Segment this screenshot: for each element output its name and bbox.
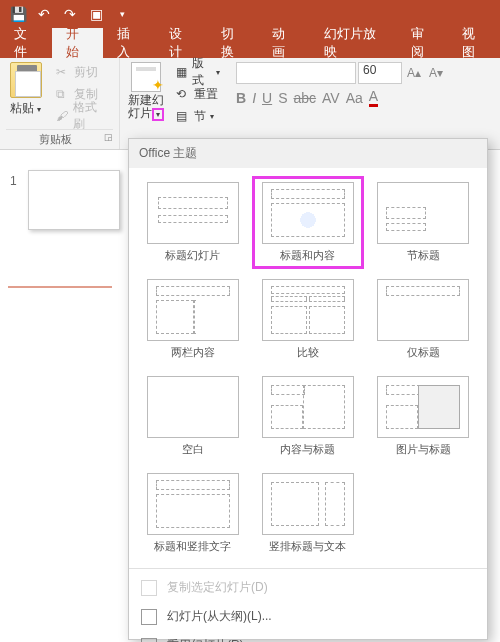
slides-from-outline[interactable]: 幻灯片(从大纲)(L)... — [129, 602, 487, 631]
shadow-button[interactable]: S — [278, 90, 287, 106]
qat-customize-icon[interactable]: ▾ — [110, 3, 134, 25]
tab-design[interactable]: 设计 — [155, 28, 207, 58]
layout-title-and-content[interactable]: 标题和内容 — [252, 176, 363, 269]
tab-insert[interactable]: 插入 — [103, 28, 155, 58]
dropdown-header: Office 主题 — [129, 139, 487, 168]
tab-slideshow[interactable]: 幻灯片放映 — [310, 28, 397, 58]
undo-icon[interactable]: ↶ — [32, 3, 56, 25]
paste-icon[interactable] — [10, 62, 42, 98]
start-from-beginning-icon[interactable]: ▣ — [84, 3, 108, 25]
underline-button[interactable]: U — [262, 90, 272, 106]
font-size-combo[interactable]: 60 — [358, 62, 402, 84]
bold-button[interactable]: B — [236, 90, 246, 106]
copy-icon: ⧉ — [56, 87, 70, 101]
tab-view[interactable]: 视图 — [448, 28, 500, 58]
tab-review[interactable]: 审阅 — [397, 28, 449, 58]
ribbon-tabs: 文件 开始 插入 设计 切换 动画 幻灯片放映 审阅 视图 — [0, 28, 500, 58]
outline-icon — [141, 609, 157, 625]
clipboard-group-label: 剪贴板◲ — [6, 129, 113, 147]
section-icon: ▤ — [176, 109, 190, 123]
new-slide-button[interactable]: 新建幻灯片▾ — [126, 94, 166, 121]
layout-vertical-title-text[interactable]: 竖排标题与文本 — [252, 467, 363, 560]
increase-font-icon[interactable]: A▴ — [404, 62, 424, 84]
decrease-font-icon[interactable]: A▾ — [426, 62, 446, 84]
layout-content-with-caption[interactable]: 内容与标题 — [252, 370, 363, 463]
scissors-icon: ✂ — [56, 65, 70, 79]
layout-icon: ▦ — [176, 65, 188, 79]
redo-icon[interactable]: ↷ — [58, 3, 82, 25]
tab-animation[interactable]: 动画 — [258, 28, 310, 58]
layout-blank[interactable]: 空白 — [137, 370, 248, 463]
new-slide-dropdown-arrow[interactable]: ▾ — [152, 108, 164, 121]
tab-transition[interactable]: 切换 — [207, 28, 259, 58]
duplicate-icon — [141, 580, 157, 596]
font-family-combo[interactable] — [236, 62, 356, 84]
layout-button[interactable]: ▦版式▾ — [172, 62, 224, 82]
layout-two-content[interactable]: 两栏内容 — [137, 273, 248, 366]
format-painter-button[interactable]: 🖌格式刷 — [52, 106, 113, 126]
layout-title-vertical-text[interactable]: 标题和竖排文字 — [137, 467, 248, 560]
brush-icon: 🖌 — [56, 109, 70, 123]
font-color-button[interactable]: A — [369, 88, 378, 107]
reuse-slides[interactable]: 重用幻灯片(R)... — [129, 631, 487, 642]
new-slide-layout-dropdown: Office 主题 标题幻灯片 标题和内容 节标题 两栏内容 比较 仅标题 空白… — [128, 138, 488, 640]
tab-home[interactable]: 开始 — [52, 28, 104, 58]
layout-section-header[interactable]: 节标题 — [368, 176, 479, 269]
layout-comparison[interactable]: 比较 — [252, 273, 363, 366]
duplicate-selected-slides: 复制选定幻灯片(D) — [129, 573, 487, 602]
italic-button[interactable]: I — [252, 90, 256, 106]
layout-picture-with-caption[interactable]: 图片与标题 — [368, 370, 479, 463]
spacing-button[interactable]: AV — [322, 90, 340, 106]
section-button[interactable]: ▤节▾ — [172, 106, 224, 126]
tab-file[interactable]: 文件 — [0, 28, 52, 58]
dialog-launcher-icon[interactable]: ◲ — [104, 132, 113, 142]
slide-thumbnail-panel: 1 — [0, 150, 120, 642]
ribbon: 粘贴 ▾ ✂剪切 ⧉复制 🖌格式刷 剪贴板◲ 新建幻灯片▾ ▦版式▾ ⟲重置 ▤… — [0, 58, 500, 150]
reset-button[interactable]: ⟲重置 — [172, 84, 224, 104]
slide-number: 1 — [10, 174, 17, 188]
cut-button[interactable]: ✂剪切 — [52, 62, 113, 82]
change-case-button[interactable]: Aa — [346, 90, 363, 106]
strike-button[interactable]: abc — [293, 90, 316, 106]
new-slide-icon[interactable] — [131, 62, 161, 92]
insertion-indicator — [8, 286, 112, 288]
reset-icon: ⟲ — [176, 87, 190, 101]
save-icon[interactable]: 💾 — [6, 3, 30, 25]
reuse-icon — [141, 638, 157, 643]
quick-access-toolbar: 💾 ↶ ↷ ▣ ▾ — [0, 0, 500, 28]
layout-title-only[interactable]: 仅标题 — [368, 273, 479, 366]
layout-title-slide[interactable]: 标题幻灯片 — [137, 176, 248, 269]
slide-thumbnail[interactable] — [28, 170, 120, 230]
paste-button[interactable]: 粘贴 ▾ — [10, 100, 41, 117]
